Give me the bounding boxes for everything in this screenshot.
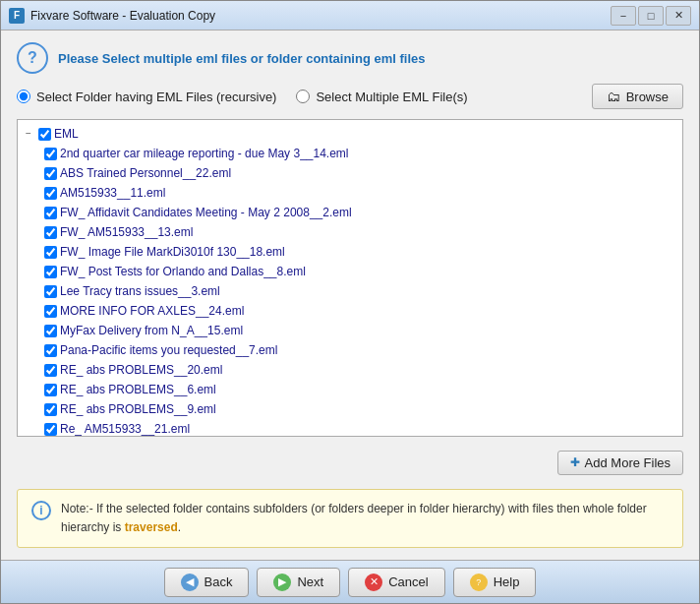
footer: ◀ Back ▶ Next ✕ Cancel ? Help bbox=[1, 560, 699, 603]
next-label: Next bbox=[297, 574, 323, 589]
root-checkbox[interactable] bbox=[38, 128, 51, 141]
tree-file-item[interactable]: FW_ Image File MarkDi3010f 130__18.eml bbox=[41, 242, 678, 262]
file-name: RE_ abs PROBLEMS__20.eml bbox=[60, 361, 222, 379]
file-name: FW_ Post Tests for Orlando and Dallas__8… bbox=[60, 263, 306, 280]
cancel-icon: ✕ bbox=[365, 574, 382, 591]
back-button[interactable]: ◀ Back bbox=[164, 568, 250, 597]
add-more-row: ✚ Add More Files bbox=[17, 447, 683, 479]
file-checkbox[interactable] bbox=[44, 423, 57, 436]
file-checkbox[interactable] bbox=[44, 148, 57, 160]
tree-root-label: EML bbox=[54, 125, 79, 143]
back-label: Back bbox=[204, 574, 233, 589]
help-button[interactable]: ? Help bbox=[453, 568, 537, 597]
tree-file-item[interactable]: FW_ Post Tests for Orlando and Dallas__8… bbox=[41, 262, 678, 281]
file-checkbox[interactable] bbox=[44, 207, 57, 219]
help-label: Help bbox=[494, 574, 520, 589]
file-checkbox[interactable] bbox=[44, 226, 57, 239]
file-name: RE_ abs PROBLEMS__9.eml bbox=[60, 400, 216, 418]
tree-file-item[interactable]: Pana-Pacific items you requested__7.eml bbox=[41, 340, 678, 360]
file-checkbox[interactable] bbox=[44, 364, 57, 377]
window-controls: − □ ✕ bbox=[611, 6, 691, 26]
header-text-plain: Please Select multiple eml files or fold… bbox=[58, 51, 374, 66]
app-icon: F bbox=[9, 8, 25, 24]
file-name: Pana-Pacific items you requested__7.eml bbox=[60, 341, 277, 359]
file-name: FW_ AM515933__13.eml bbox=[60, 223, 193, 241]
file-name: Re_ AM515933__21.eml bbox=[60, 420, 190, 436]
main-content: ? Please Select multiple eml files or fo… bbox=[1, 30, 699, 560]
next-icon: ▶ bbox=[273, 574, 291, 591]
file-checkbox[interactable] bbox=[44, 246, 57, 259]
header-text-highlight: eml files bbox=[374, 51, 425, 66]
title-bar: F Fixvare Software - Evaluation Copy − □… bbox=[1, 1, 699, 30]
selection-row: Select Folder having EML Files (recursiv… bbox=[17, 84, 683, 109]
header-row: ? Please Select multiple eml files or fo… bbox=[17, 42, 683, 74]
main-window: F Fixvare Software - Evaluation Copy − □… bbox=[0, 0, 700, 604]
file-name: MyFax Delivery from N_A__15.eml bbox=[60, 322, 243, 339]
file-name: FW_ Image File MarkDi3010f 130__18.eml bbox=[60, 243, 285, 261]
note-end: . bbox=[178, 520, 181, 534]
maximize-button[interactable]: □ bbox=[638, 6, 664, 26]
file-name: FW_ Affidavit Candidates Meeting - May 2… bbox=[60, 204, 352, 221]
add-more-icon: ✚ bbox=[570, 455, 580, 469]
file-checkbox[interactable] bbox=[44, 305, 57, 318]
tree-file-item[interactable]: 2nd quarter car mileage reporting - due … bbox=[41, 144, 678, 163]
note-text: Note:- If the selected folder contains s… bbox=[61, 500, 669, 537]
tree-file-item[interactable]: Lee Tracy trans issues__3.eml bbox=[41, 281, 678, 301]
tree-root-item[interactable]: − EML bbox=[22, 124, 678, 144]
folder-radio[interactable] bbox=[17, 90, 30, 103]
file-name: Lee Tracy trans issues__3.eml bbox=[60, 282, 220, 300]
note-highlight: traversed bbox=[125, 520, 178, 534]
file-checkbox[interactable] bbox=[44, 266, 57, 278]
back-icon: ◀ bbox=[181, 574, 199, 591]
cancel-button[interactable]: ✕ Cancel bbox=[348, 568, 444, 597]
file-checkbox[interactable] bbox=[44, 285, 57, 298]
file-name: 2nd quarter car mileage reporting - due … bbox=[60, 145, 349, 162]
header-message: Please Select multiple eml files or fold… bbox=[58, 51, 426, 66]
tree-file-item[interactable]: MyFax Delivery from N_A__15.eml bbox=[41, 321, 678, 340]
note-prefix: Note:- If the selected folder contains s… bbox=[61, 502, 505, 515]
tree-file-item[interactable]: Re_ AM515933__21.eml bbox=[41, 419, 678, 436]
file-checkbox[interactable] bbox=[44, 344, 57, 357]
tree-root: − EML 2nd quarter car mileage reporting … bbox=[18, 120, 682, 436]
note-box: i Note:- If the selected folder contains… bbox=[17, 489, 683, 548]
files-radio-option[interactable]: Select Multiple EML File(s) bbox=[296, 90, 467, 104]
file-list-container: − EML 2nd quarter car mileage reporting … bbox=[17, 119, 683, 437]
help-icon: ? bbox=[470, 574, 488, 591]
file-name: AM515933__11.eml bbox=[60, 184, 165, 202]
browse-icon: 🗂 bbox=[607, 89, 620, 104]
files-radio-label: Select Multiple EML File(s) bbox=[316, 90, 467, 104]
cancel-label: Cancel bbox=[388, 574, 428, 589]
tree-toggle-icon[interactable]: − bbox=[22, 127, 35, 141]
file-name: RE_ abs PROBLEMS__6.eml bbox=[60, 381, 216, 398]
window-title: Fixvare Software - Evaluation Copy bbox=[30, 9, 611, 23]
file-list-scroll[interactable]: − EML 2nd quarter car mileage reporting … bbox=[18, 120, 682, 436]
folder-radio-option[interactable]: Select Folder having EML Files (recursiv… bbox=[17, 90, 276, 104]
next-button[interactable]: ▶ Next bbox=[257, 568, 340, 597]
tree-file-item[interactable]: FW_ AM515933__13.eml bbox=[41, 222, 678, 242]
browse-label: Browse bbox=[626, 90, 669, 104]
file-checkbox[interactable] bbox=[44, 187, 57, 200]
tree-file-item[interactable]: RE_ abs PROBLEMS__9.eml bbox=[41, 399, 678, 419]
file-name: MORE INFO FOR AXLES__24.eml bbox=[60, 302, 244, 320]
files-radio[interactable] bbox=[296, 90, 310, 103]
tree-file-item[interactable]: AM515933__11.eml bbox=[41, 183, 678, 203]
file-checkbox[interactable] bbox=[44, 167, 57, 180]
close-button[interactable]: ✕ bbox=[666, 6, 691, 26]
browse-button[interactable]: 🗂 Browse bbox=[592, 84, 683, 109]
file-checkbox[interactable] bbox=[44, 325, 57, 337]
tree-file-item[interactable]: RE_ abs PROBLEMS__20.eml bbox=[41, 360, 678, 380]
file-checkbox[interactable] bbox=[44, 403, 57, 416]
tree-children: 2nd quarter car mileage reporting - due … bbox=[22, 144, 678, 436]
tree-file-item[interactable]: RE_ abs PROBLEMS__6.eml bbox=[41, 380, 678, 399]
tree-file-item[interactable]: FW_ Affidavit Candidates Meeting - May 2… bbox=[41, 203, 678, 222]
header-info-icon: ? bbox=[17, 42, 48, 74]
file-checkbox[interactable] bbox=[44, 384, 57, 396]
file-name: ABS Trained Personnel__22.eml bbox=[60, 164, 231, 182]
tree-file-item[interactable]: MORE INFO FOR AXLES__24.eml bbox=[41, 301, 678, 321]
tree-file-item[interactable]: ABS Trained Personnel__22.eml bbox=[41, 163, 678, 183]
add-more-button[interactable]: ✚ Add More Files bbox=[557, 451, 683, 475]
note-info-icon: i bbox=[31, 501, 51, 520]
add-more-label: Add More Files bbox=[585, 455, 671, 470]
minimize-button[interactable]: − bbox=[611, 6, 636, 26]
folder-radio-label: Select Folder having EML Files (recursiv… bbox=[36, 90, 276, 104]
